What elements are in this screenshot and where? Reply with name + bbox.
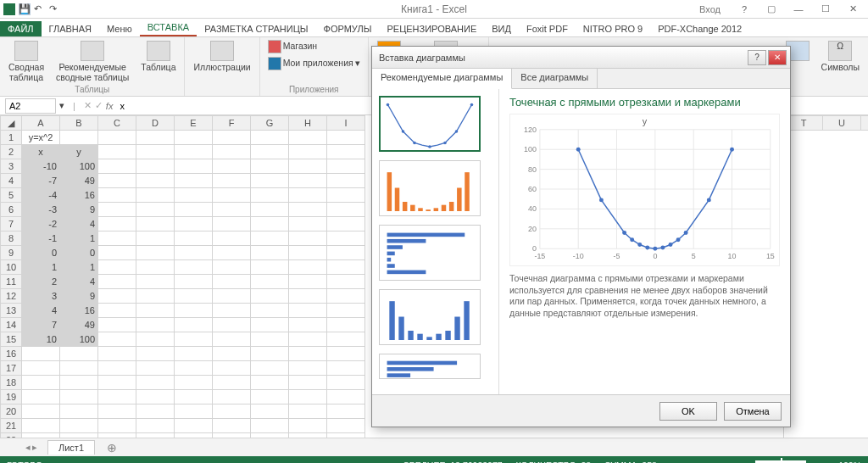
- cell[interactable]: 9: [60, 203, 98, 217]
- cell[interactable]: y: [60, 145, 98, 159]
- cell[interactable]: [22, 361, 60, 376]
- cell[interactable]: [289, 159, 327, 174]
- tab-nav-last-icon[interactable]: ▸: [32, 442, 37, 453]
- cell[interactable]: [98, 347, 136, 361]
- cell[interactable]: [175, 318, 213, 332]
- cell[interactable]: [98, 404, 136, 419]
- cell[interactable]: [60, 347, 98, 361]
- dialog-close-icon[interactable]: ✕: [768, 50, 787, 65]
- row-header[interactable]: 7: [1, 217, 22, 232]
- tab-nav-first-icon[interactable]: ◂: [25, 442, 31, 453]
- cell[interactable]: [251, 217, 289, 232]
- cell[interactable]: [213, 217, 251, 232]
- cell[interactable]: [136, 347, 175, 361]
- cell[interactable]: -7: [22, 174, 60, 188]
- cell[interactable]: [22, 347, 60, 361]
- row-header[interactable]: 5: [1, 188, 22, 203]
- cell[interactable]: [175, 260, 213, 275]
- cell[interactable]: [327, 304, 365, 318]
- cell[interactable]: [98, 275, 136, 289]
- row-header[interactable]: 10: [1, 260, 22, 275]
- table-button[interactable]: Таблица: [137, 39, 179, 75]
- cell[interactable]: [136, 361, 175, 376]
- cell[interactable]: [136, 289, 175, 304]
- row-header[interactable]: 15: [1, 332, 22, 347]
- cell[interactable]: -1: [22, 232, 60, 246]
- cell[interactable]: [136, 404, 175, 419]
- cell[interactable]: [98, 304, 136, 318]
- cell[interactable]: [213, 433, 251, 438]
- col-header[interactable]: H: [289, 116, 327, 131]
- cell[interactable]: [213, 304, 251, 318]
- cell[interactable]: [327, 419, 365, 433]
- cell[interactable]: [251, 159, 289, 174]
- cell[interactable]: [136, 174, 175, 188]
- chart-thumb-bar[interactable]: [379, 225, 481, 281]
- cell[interactable]: 16: [60, 304, 98, 318]
- tab-insert[interactable]: ВСТАВКА: [140, 20, 197, 36]
- cell[interactable]: [98, 289, 136, 304]
- cell[interactable]: 49: [60, 174, 98, 188]
- dialog-help-icon[interactable]: ?: [748, 50, 766, 65]
- tab-view[interactable]: ВИД: [484, 21, 519, 36]
- cell[interactable]: [327, 390, 365, 404]
- cell[interactable]: [213, 203, 251, 217]
- ok-button[interactable]: OK: [659, 402, 717, 421]
- cell[interactable]: [136, 275, 175, 289]
- row-header[interactable]: 22: [1, 433, 22, 438]
- cell[interactable]: 7: [22, 318, 60, 332]
- cell[interactable]: 9: [60, 289, 98, 304]
- cell[interactable]: [251, 419, 289, 433]
- cell[interactable]: [175, 188, 213, 203]
- cell[interactable]: [22, 404, 60, 419]
- cell[interactable]: [251, 145, 289, 159]
- cell[interactable]: [60, 131, 98, 145]
- cell[interactable]: [327, 217, 365, 232]
- cell[interactable]: [136, 390, 175, 404]
- tab-nitro[interactable]: NITRO PRO 9: [576, 21, 650, 36]
- cell[interactable]: [213, 404, 251, 419]
- cell[interactable]: [289, 361, 327, 376]
- cell[interactable]: [289, 217, 327, 232]
- cell[interactable]: [175, 203, 213, 217]
- cell[interactable]: 1: [60, 232, 98, 246]
- cell[interactable]: 4: [22, 304, 60, 318]
- cell[interactable]: [327, 260, 365, 275]
- cell[interactable]: [136, 246, 175, 260]
- cell[interactable]: [98, 145, 136, 159]
- cell[interactable]: [251, 390, 289, 404]
- cell[interactable]: [289, 232, 327, 246]
- cell[interactable]: [213, 275, 251, 289]
- cell[interactable]: [327, 376, 365, 390]
- col-header[interactable]: U: [823, 116, 861, 131]
- cell[interactable]: [251, 188, 289, 203]
- cell[interactable]: [327, 361, 365, 376]
- cell[interactable]: [327, 188, 365, 203]
- row-header[interactable]: 6: [1, 203, 22, 217]
- cell[interactable]: [251, 131, 289, 145]
- cell[interactable]: [213, 246, 251, 260]
- cell[interactable]: [175, 304, 213, 318]
- cell[interactable]: [251, 376, 289, 390]
- tab-pdfx[interactable]: PDF-XChange 2012: [650, 21, 749, 36]
- cell[interactable]: 4: [60, 217, 98, 232]
- cell[interactable]: [175, 347, 213, 361]
- cell[interactable]: [22, 390, 60, 404]
- cell[interactable]: [289, 289, 327, 304]
- cell[interactable]: 49: [60, 318, 98, 332]
- cell[interactable]: [136, 304, 175, 318]
- cell[interactable]: [136, 131, 175, 145]
- chart-thumb-bar2[interactable]: [379, 354, 481, 379]
- cell[interactable]: [251, 433, 289, 438]
- tab-review[interactable]: РЕЦЕНЗИРОВАНИЕ: [379, 21, 484, 36]
- cell[interactable]: [289, 188, 327, 203]
- row-header[interactable]: 19: [1, 390, 22, 404]
- cell[interactable]: [289, 275, 327, 289]
- recommended-pivot-button[interactable]: Рекомендуемые сводные таблицы: [53, 39, 132, 84]
- cell[interactable]: [289, 390, 327, 404]
- signin-link[interactable]: Вход: [699, 4, 721, 14]
- cell[interactable]: -3: [22, 203, 60, 217]
- cell[interactable]: [327, 332, 365, 347]
- cell[interactable]: [98, 390, 136, 404]
- cell[interactable]: [136, 159, 175, 174]
